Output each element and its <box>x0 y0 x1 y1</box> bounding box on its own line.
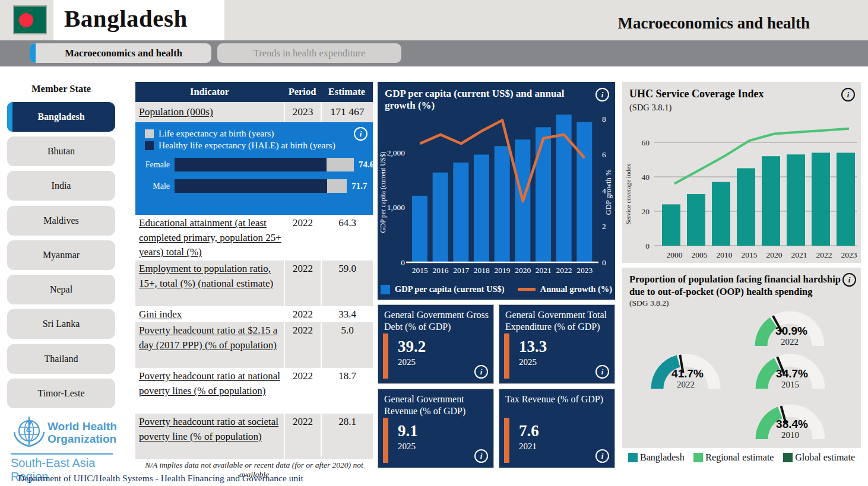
tile-accent-bar <box>504 333 509 379</box>
sidebar-item-india[interactable]: India <box>7 171 115 201</box>
sidebar-item-sri-lanka[interactable]: Sri Lanka <box>7 309 115 339</box>
sidebar-item-bangladesh[interactable]: Bangladesh <box>7 102 115 132</box>
svg-text:2020: 2020 <box>766 250 783 259</box>
bar-label-female: Female <box>141 160 175 170</box>
tab-label: Trends in health expenditure <box>254 47 366 59</box>
info-icon[interactable]: i <box>595 88 609 101</box>
sidebar-item-label: Timor-Leste <box>37 388 84 398</box>
svg-text:0: 0 <box>401 258 405 267</box>
table-row: Educational attainment (at least complet… <box>135 215 373 261</box>
tab-macroeconomics-and-health[interactable]: Macroeconomics and health <box>30 43 211 63</box>
bangladesh-legend-swatch <box>628 453 638 462</box>
bangladesh-flag-icon <box>13 5 47 34</box>
indicator-link[interactable]: Poverty headcount ratio at national pove… <box>139 370 280 396</box>
tile-year: 2025 <box>398 441 416 452</box>
legend-label: Healthy life expectancy (HALE) at birth … <box>159 140 335 151</box>
tab-label: Macroeconomics and health <box>59 47 182 59</box>
tile-year: 2025 <box>398 357 416 367</box>
life-expectancy-bar-female <box>327 158 354 171</box>
estimate-value: 171 467 <box>321 102 373 122</box>
hale-bar-male <box>175 179 327 193</box>
sidebar-item-timor-leste[interactable]: Timor-Leste <box>7 379 115 408</box>
sidebar-item-myanmar[interactable]: Myanmar <box>7 240 115 270</box>
tile-accent-bar <box>383 418 388 463</box>
gauge-regional-2010: 38.4%2010 <box>755 404 826 441</box>
legend-label: Bangladesh <box>640 452 685 463</box>
gauge-value: 30.9% <box>754 325 825 338</box>
life-expectancy-bars: Female 74.6 Male 71.7 <box>141 158 367 193</box>
legend-label: Global estimate <box>795 452 855 463</box>
who-divider <box>11 453 113 455</box>
svg-text:Service coverage index: Service coverage index <box>625 163 632 224</box>
info-icon[interactable]: i <box>474 365 488 379</box>
info-icon[interactable]: i <box>595 365 609 379</box>
table-header: Indicator Period Estimate <box>135 82 373 102</box>
hale-legend-swatch <box>145 141 154 150</box>
table-row-population: Population (000s) 2023 171 467 <box>135 102 373 122</box>
info-icon[interactable]: i <box>354 127 368 141</box>
gdp-bar-legend-swatch <box>381 285 390 294</box>
uhc-chart-subtitle: (SDG 3.8.1) <box>622 101 861 113</box>
svg-text:2000: 2000 <box>667 250 683 259</box>
gdp-chart-legend: GDP per capita (current US$) Annual grow… <box>378 284 615 294</box>
sidebar-item-nepal[interactable]: Nepal <box>7 275 115 304</box>
who-name-line1: World Health <box>47 420 117 433</box>
period-value: 2023 <box>284 102 321 122</box>
svg-text:2023: 2023 <box>576 266 593 275</box>
svg-text:2022: 2022 <box>816 250 832 259</box>
period-value: 2022 <box>284 306 321 322</box>
indicator-link[interactable]: Poverty headcount ratio at societal pove… <box>139 416 278 442</box>
gauge-bangladesh-2022: 41.7%2022 <box>650 353 721 391</box>
bar-label-male: Male <box>141 182 175 191</box>
tile-total-expenditure: General Government Total Expenditure (% … <box>499 304 615 384</box>
tile-value: 39.2 <box>398 338 426 355</box>
tile-gross-debt: General Government Gross Debt (% of GDP)… <box>378 304 494 384</box>
svg-text:2015: 2015 <box>742 250 758 259</box>
footer-department: Department of UHC/Health Systems - Healt… <box>18 473 303 484</box>
info-icon[interactable]: i <box>595 449 609 463</box>
uhc-chart-title: UHC Service Coverage Index <box>629 88 841 100</box>
svg-text:2021: 2021 <box>536 266 552 275</box>
table-row: Poverty headcount ratio at $2.15 a day (… <box>135 322 373 368</box>
indicator-link[interactable]: Population (000s) <box>139 106 213 117</box>
legend-label: GDP per capita (current US$) <box>395 284 505 294</box>
svg-text:GDP growth %: GDP growth % <box>604 170 613 215</box>
header: Bangladesh Macroeconomics and health <box>0 0 868 40</box>
gauge-value: 38.4% <box>755 418 826 431</box>
indicator-link[interactable]: Educational attainment (at least complet… <box>139 217 281 258</box>
gdp-chart-panel: GDP per capita (current US$) and annual … <box>378 82 615 300</box>
gauge-value: 41.7% <box>650 367 721 380</box>
svg-text:1,000: 1,000 <box>387 203 406 212</box>
gauge-value: 34.7% <box>755 367 826 380</box>
svg-text:8: 8 <box>602 115 606 123</box>
oop-subtitle: (SDG 3.8.2) <box>622 298 861 308</box>
country-title-box: Bangladesh <box>53 0 224 40</box>
global-estimate-legend-swatch <box>783 453 793 462</box>
period-value: 2022 <box>284 368 321 414</box>
indicator-link[interactable]: Gini index <box>139 309 182 320</box>
sidebar-item-bhutan[interactable]: Bhutan <box>7 136 115 166</box>
sidebar-item-maldives[interactable]: Maldives <box>7 206 115 236</box>
sidebar-item-label: Thailand <box>45 354 78 364</box>
svg-text:0: 0 <box>645 242 650 250</box>
gauge-year: 2015 <box>755 380 826 390</box>
svg-text:2,000: 2,000 <box>387 148 406 157</box>
info-icon[interactable]: i <box>841 88 855 101</box>
table-row: Poverty headcount ratio at national pove… <box>135 368 373 414</box>
svg-text:2023: 2023 <box>841 250 857 259</box>
info-icon[interactable]: i <box>474 449 488 463</box>
svg-text:2018: 2018 <box>474 266 490 275</box>
svg-text:2019: 2019 <box>495 266 511 275</box>
tab-trends-in-health-expenditure[interactable]: Trends in health expenditure <box>217 43 401 63</box>
hale-bar-female <box>175 158 327 171</box>
sidebar-item-label: Bangladesh <box>37 112 84 122</box>
period-value: 2022 <box>284 215 321 261</box>
indicator-link[interactable]: Employment to population ratio, 15+, tot… <box>139 263 273 289</box>
svg-text:20: 20 <box>642 207 650 216</box>
flag-red-circle <box>19 13 33 27</box>
legend-label: Life expectancy at birth (years) <box>159 128 274 139</box>
info-icon[interactable]: i <box>842 273 856 287</box>
indicator-link[interactable]: Poverty headcount ratio at $2.15 a day (… <box>139 325 277 351</box>
sidebar-item-thailand[interactable]: Thailand <box>7 344 115 374</box>
table-rows: Educational attainment (at least complet… <box>135 215 373 459</box>
